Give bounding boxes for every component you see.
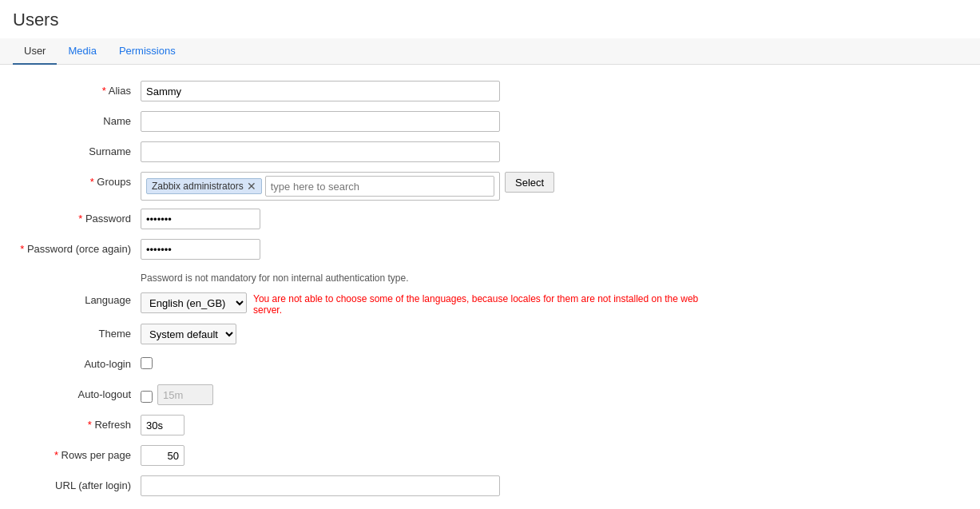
refresh-control bbox=[141, 415, 967, 435]
language-row: Language English (en_GB) English (en_US)… bbox=[13, 290, 967, 316]
password-control bbox=[141, 209, 967, 229]
autologin-row: Auto-login bbox=[13, 354, 967, 376]
url-row: URL (after login) bbox=[13, 475, 967, 498]
tab-user[interactable]: User bbox=[13, 38, 57, 65]
name-control bbox=[141, 111, 967, 132]
rows-input[interactable] bbox=[141, 445, 184, 466]
autologout-label: Auto-logout bbox=[13, 384, 141, 400]
name-input[interactable] bbox=[141, 111, 500, 132]
language-control: English (en_GB) English (en_US) German (… bbox=[141, 290, 967, 316]
groups-row: Groups Zabbix administrators ✕ Select bbox=[13, 172, 967, 201]
autologin-checkbox[interactable] bbox=[141, 357, 153, 369]
group-tag-label: Zabbix administrators bbox=[152, 181, 244, 192]
groups-search-input[interactable] bbox=[265, 176, 494, 197]
alias-input[interactable] bbox=[141, 81, 500, 101]
refresh-label: Refresh bbox=[13, 415, 141, 431]
password-again-input[interactable] bbox=[141, 239, 260, 260]
alias-row: Alias bbox=[13, 81, 967, 103]
surname-row: Surname bbox=[13, 141, 967, 164]
tab-permissions[interactable]: Permissions bbox=[108, 38, 187, 65]
tab-media[interactable]: Media bbox=[57, 38, 107, 65]
alias-control bbox=[141, 81, 967, 101]
autologout-input[interactable] bbox=[157, 384, 213, 405]
rows-label: Rows per page bbox=[13, 445, 141, 461]
locale-warning: You are not able to choose some of the l… bbox=[253, 290, 716, 316]
name-label: Name bbox=[13, 111, 141, 127]
password-again-control bbox=[141, 239, 967, 260]
refresh-input[interactable] bbox=[141, 415, 184, 435]
groups-label: Groups bbox=[13, 172, 141, 188]
form-content: Alias Name Surname Groups Zabbix adminis… bbox=[0, 65, 980, 509]
url-input[interactable] bbox=[141, 475, 500, 496]
group-tag: Zabbix administrators ✕ bbox=[146, 178, 262, 194]
language-select[interactable]: English (en_GB) English (en_US) German (… bbox=[141, 292, 247, 313]
autologout-row: Auto-logout bbox=[13, 384, 967, 407]
password-again-label: Password (orce again) bbox=[13, 239, 141, 255]
rows-control bbox=[141, 445, 967, 466]
alias-label: Alias bbox=[13, 81, 141, 97]
password-row: Password bbox=[13, 209, 967, 231]
password-input[interactable] bbox=[141, 209, 260, 229]
autologin-control bbox=[141, 354, 967, 369]
theme-control: System default Blue Dark bbox=[141, 324, 967, 344]
groups-select-button[interactable]: Select bbox=[505, 172, 554, 193]
name-row: Name bbox=[13, 111, 967, 133]
groups-container[interactable]: Zabbix administrators ✕ bbox=[141, 172, 500, 201]
theme-select[interactable]: System default Blue Dark bbox=[141, 324, 236, 344]
autologout-control bbox=[141, 384, 967, 405]
url-control bbox=[141, 475, 967, 496]
page-title: Users bbox=[0, 0, 980, 38]
url-label: URL (after login) bbox=[13, 475, 141, 491]
surname-label: Surname bbox=[13, 141, 141, 157]
surname-input[interactable] bbox=[141, 141, 500, 162]
refresh-row: Refresh bbox=[13, 415, 967, 437]
autologout-checkbox[interactable] bbox=[141, 391, 153, 403]
password-again-row: Password (orce again) bbox=[13, 239, 967, 261]
group-tag-remove[interactable]: ✕ bbox=[247, 181, 256, 192]
theme-row: Theme System default Blue Dark bbox=[13, 324, 967, 346]
surname-control bbox=[141, 141, 967, 162]
language-label: Language bbox=[13, 290, 141, 306]
password-note: Password is not mandatory for non intern… bbox=[141, 269, 967, 284]
password-label: Password bbox=[13, 209, 141, 225]
tab-bar: User Media Permissions bbox=[0, 38, 980, 65]
rows-row: Rows per page bbox=[13, 445, 967, 467]
theme-label: Theme bbox=[13, 324, 141, 340]
groups-control: Zabbix administrators ✕ Select bbox=[141, 172, 967, 201]
autologin-label: Auto-login bbox=[13, 354, 141, 370]
